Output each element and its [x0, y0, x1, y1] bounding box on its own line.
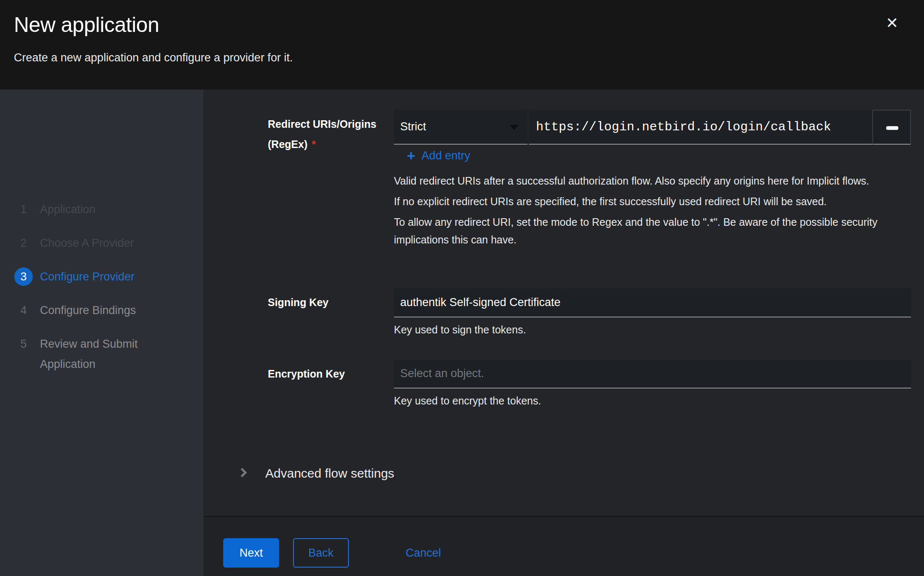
signing-key-help: Key used to sign the tokens. [394, 321, 526, 338]
minus-icon [886, 126, 898, 130]
encryption-key-label: Encryption Key [268, 364, 345, 384]
redirect-uri-input[interactable] [529, 110, 872, 145]
step-label: Review and Submit Application [40, 334, 166, 374]
next-button[interactable]: Next [223, 538, 279, 568]
encryption-key-select[interactable] [394, 359, 911, 388]
redirect-mode-value: Strict [400, 120, 426, 133]
plus-icon: + [407, 147, 415, 164]
step-label: Configure Provider [40, 267, 135, 287]
modal-header: New application Create a new application… [0, 0, 924, 90]
redirect-uris-label-line2: (RegEx) [268, 138, 307, 150]
remove-entry-button[interactable] [872, 110, 911, 145]
step-label: Application [40, 199, 95, 219]
redirect-mode-select[interactable]: Strict [394, 110, 528, 145]
encryption-key-help: Key used to encrypt the tokens. [394, 392, 541, 410]
close-icon[interactable]: ✕ [881, 12, 903, 34]
required-asterisk: * [312, 138, 316, 150]
redirect-help-2: If no explicit redirect URIs are specifi… [394, 193, 896, 210]
step-number: 4 [14, 300, 33, 320]
page-subtitle: Create a new application and configure a… [14, 51, 293, 64]
caret-down-icon [510, 125, 518, 130]
page-title: New application [14, 13, 159, 37]
signing-key-select[interactable] [394, 288, 911, 317]
wizard-step-application[interactable]: 1 Application [0, 199, 203, 219]
advanced-flow-settings-toggle[interactable]: Advanced flow settings [239, 463, 394, 484]
wizard-step-configure-bindings[interactable]: 4 Configure Bindings [0, 300, 203, 320]
redirect-help-1: Valid redirect URIs after a successful a… [394, 172, 896, 190]
step-number-current-badge: 3 [14, 267, 33, 286]
wizard-step-review-submit[interactable]: 5 Review and Submit Application [0, 334, 203, 374]
wizard-step-choose-provider[interactable]: 2 Choose A Provider [0, 233, 203, 253]
redirect-help-3: To allow any redirect URI, set the mode … [394, 213, 896, 248]
cancel-button[interactable]: Cancel [392, 538, 455, 568]
wizard-footer: Next Back Cancel [203, 516, 924, 576]
chevron-right-icon [238, 468, 247, 478]
wizard-step-configure-provider[interactable]: 3 Configure Provider [0, 267, 203, 287]
step-label: Configure Bindings [40, 300, 136, 320]
step-number: 1 [14, 199, 33, 219]
redirect-uris-label-line1: Redirect URIs/Origins [268, 118, 376, 130]
redirect-uris-label: Redirect URIs/Origins (RegEx)* [268, 114, 376, 154]
back-button[interactable]: Back [293, 538, 349, 568]
add-entry-button[interactable]: + Add entry [407, 146, 470, 165]
configure-provider-form: Redirect URIs/Origins (RegEx)* Strict + … [203, 90, 924, 576]
step-label: Choose A Provider [40, 233, 134, 253]
wizard-step-nav: 1 Application 2 Choose A Provider 3 Conf… [0, 90, 203, 576]
redirect-help-text: Valid redirect URIs after a successful a… [394, 172, 896, 251]
step-number: 2 [14, 233, 33, 253]
advanced-flow-settings-label: Advanced flow settings [265, 466, 394, 481]
signing-key-label: Signing Key [268, 292, 328, 312]
step-number: 5 [14, 334, 33, 354]
add-entry-label: Add entry [422, 149, 470, 162]
